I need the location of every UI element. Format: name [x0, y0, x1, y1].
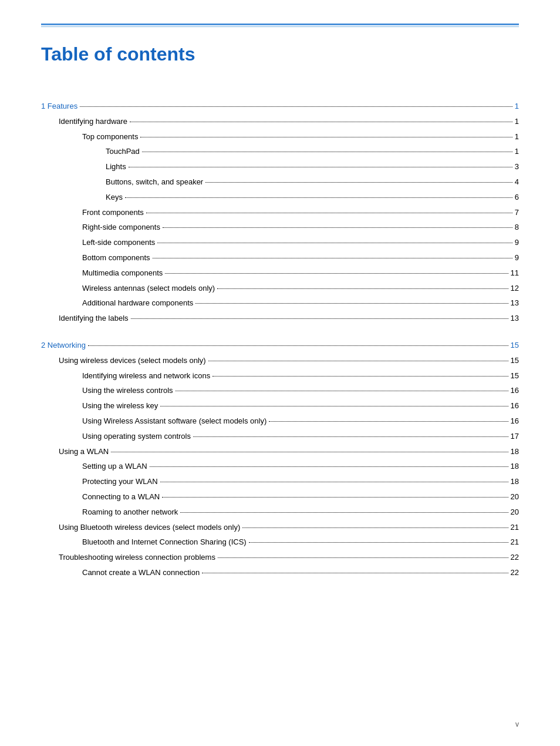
toc-page-num: 18 [511, 461, 519, 473]
toc-entry-text: Identifying wireless and network icons [82, 370, 210, 382]
toc-entry-text: Front components [82, 207, 144, 219]
toc-page-num: 11 [511, 267, 519, 280]
toc-page-num: 9 [515, 252, 519, 264]
toc-dots [111, 452, 508, 452]
toc-dots [195, 303, 508, 304]
toc-entry-text: Using operating system controls [82, 431, 191, 443]
toc-entry-level3: Cannot create a WLAN connection 22 [41, 567, 519, 579]
toc-page-num: 17 [511, 431, 519, 443]
toc-entry-level3: Top components 1 [41, 131, 519, 143]
top-border-thick [41, 23, 519, 25]
toc-page-num: 4 [515, 176, 519, 189]
toc-entry-text: Connecting to a WLAN [82, 491, 160, 503]
toc-entry-text: 1 Features [41, 100, 77, 113]
toc-entry-text: Using the wireless controls [82, 385, 173, 397]
toc-dots [212, 376, 508, 377]
toc-page-num: 22 [511, 567, 519, 579]
toc-entry-text: TouchPad [106, 146, 140, 158]
toc-page-num: 3 [515, 161, 519, 173]
toc-page-num: 15 [511, 355, 519, 367]
toc-page-num: 6 [515, 191, 519, 204]
toc-entry-level4: Lights 3 [41, 161, 519, 173]
toc-dots [269, 421, 508, 422]
toc-dots [157, 243, 512, 243]
toc-dots [142, 152, 512, 152]
page-container: Table of contents 1 Features 1Identifyin… [0, 0, 560, 746]
toc-entry-text: Multimedia components [82, 267, 163, 280]
page-title: Table of contents [41, 43, 519, 65]
toc-entry-level3: Connecting to a WLAN 20 [41, 491, 519, 503]
toc-page-num: 18 [511, 476, 519, 488]
top-border-thin [41, 26, 519, 27]
toc-entry-level3: Identifying wireless and network icons 1… [41, 370, 519, 382]
toc-entry-level3: Using operating system controls 17 [41, 431, 519, 443]
toc-dots [88, 345, 508, 346]
toc-page-num: 18 [511, 446, 519, 458]
toc-dots [129, 167, 512, 167]
toc-dots [163, 227, 512, 228]
toc-page-num: 21 [511, 536, 519, 549]
toc-dots [176, 391, 508, 391]
toc-page-num: 1 [515, 100, 519, 113]
toc-entry-text: Using the wireless key [82, 400, 158, 412]
toc-page-num: 16 [511, 400, 519, 412]
toc-entry-level3: Using the wireless key 16 [41, 400, 519, 412]
toc-entry-level4: Buttons, switch, and speaker 4 [41, 176, 519, 189]
toc-entry-text: Additional hardware components [82, 297, 193, 310]
toc-entry-level2: Identifying the labels 13 [41, 312, 519, 325]
toc-page-num: 12 [511, 283, 519, 295]
toc-entry-text: Using Bluetooth wireless devices (select… [59, 522, 240, 534]
toc-entry-text: Identifying the labels [59, 312, 129, 325]
toc-entry-text: Troubleshooting wireless connection prob… [59, 552, 215, 564]
toc-page-num: 20 [511, 506, 519, 519]
toc-entry-level2: Troubleshooting wireless connection prob… [41, 552, 519, 564]
toc-entry-text: Protecting your WLAN [82, 476, 158, 488]
toc-entry-text: Cannot create a WLAN connection [82, 567, 200, 579]
toc-page-num: 15 [511, 340, 519, 352]
toc-entry-text: Right-side components [82, 221, 160, 234]
toc-entry-level2: Identifying hardware 1 [41, 116, 519, 128]
toc-entry-text: Identifying hardware [59, 116, 127, 128]
toc-dots [131, 318, 508, 319]
toc-entry-text: Wireless antennas (select models only) [82, 283, 215, 295]
toc-page-num: 9 [515, 237, 519, 249]
toc-entry-level3: Protecting your WLAN 18 [41, 476, 519, 488]
toc-page-num: 15 [511, 370, 519, 382]
toc-entry-text: Keys [106, 191, 123, 204]
toc-dots [160, 406, 508, 406]
toc-dots [130, 122, 512, 122]
toc-entry-level3: Right-side components 8 [41, 221, 519, 234]
toc-dots [218, 557, 508, 558]
toc-entry-text: 2 Networking [41, 340, 86, 352]
toc-entry-level3: Roaming to another network 20 [41, 506, 519, 519]
toc-page-num: 1 [515, 146, 519, 158]
toc-entry-level3: Front components 7 [41, 207, 519, 219]
toc-entry-level4: Keys 6 [41, 191, 519, 204]
toc-entry-level3: Left-side components 9 [41, 237, 519, 249]
toc-dots [125, 197, 512, 198]
toc-dots [160, 482, 508, 482]
toc-entry-text: Lights [106, 161, 126, 173]
toc-entry-level3: Wireless antennas (select models only) 1… [41, 283, 519, 295]
toc-entry-level3: Multimedia components 11 [41, 267, 519, 280]
toc-entry-text: Setting up a WLAN [82, 461, 147, 473]
toc-entry-level3: Setting up a WLAN 18 [41, 461, 519, 473]
toc-page-num: 16 [511, 415, 519, 428]
toc-entry-text: Bottom components [82, 252, 150, 264]
toc-page-num: 16 [511, 385, 519, 397]
toc-entry-level1: 2 Networking 15 [41, 340, 519, 352]
toc-page-num: 13 [511, 297, 519, 310]
toc-dots [202, 573, 508, 573]
toc-entry-level3: Additional hardware components 13 [41, 297, 519, 310]
toc-entry-level2: Using a WLAN 18 [41, 446, 519, 458]
page-footer: v [515, 720, 519, 728]
toc-entry-text: Left-side components [82, 237, 155, 249]
toc-entry-text: Using Wireless Assistant software (selec… [82, 415, 266, 428]
toc-page-num: 7 [515, 207, 519, 219]
toc-dots [80, 106, 512, 107]
toc-dots [217, 288, 508, 289]
toc-page-num: 21 [511, 522, 519, 534]
toc-entry-level2: Using wireless devices (select models on… [41, 355, 519, 367]
toc-entry-text: Top components [82, 131, 138, 143]
toc-dots [165, 273, 508, 274]
